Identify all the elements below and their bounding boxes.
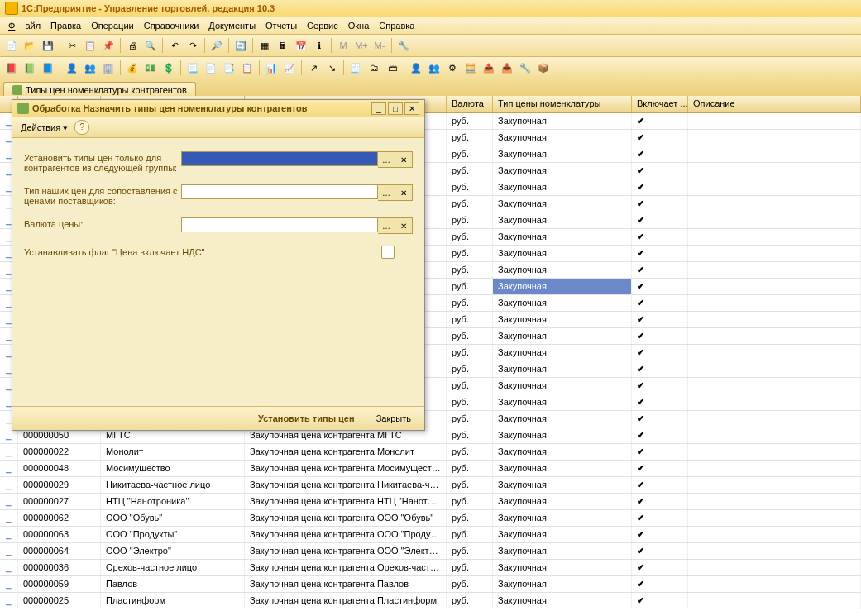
folder-green-icon[interactable]: 📗 bbox=[22, 60, 38, 76]
cell-note bbox=[688, 593, 861, 609]
info-icon[interactable]: ℹ bbox=[311, 37, 328, 54]
menu-operations[interactable]: Операции bbox=[86, 19, 138, 32]
calc-icon[interactable]: 🖩 bbox=[275, 37, 291, 54]
paste-icon[interactable]: 📌 bbox=[100, 37, 117, 54]
price-icon[interactable]: 💲 bbox=[160, 60, 177, 76]
folder-blue-icon[interactable]: 📘 bbox=[40, 60, 56, 76]
menu-edit[interactable]: Правка bbox=[45, 19, 86, 32]
doc3-icon[interactable]: 📑 bbox=[221, 60, 237, 76]
menu-file[interactable]: Файл bbox=[3, 19, 45, 32]
table-row[interactable]: ⎯000000063ООО "Продукты"Закупочная цена … bbox=[0, 527, 861, 543]
a1-icon[interactable]: 🧾 bbox=[347, 60, 364, 76]
clear-group-button[interactable]: ✕ bbox=[395, 151, 413, 168]
b8-icon[interactable]: 📦 bbox=[535, 60, 552, 76]
cell-currency: руб. bbox=[447, 527, 493, 542]
menu-service[interactable]: Сервис bbox=[302, 19, 343, 32]
pick-group-button[interactable]: … bbox=[378, 151, 395, 168]
table-row[interactable]: ⎯000000059ПавловЗакупочная цена контраге… bbox=[0, 576, 861, 593]
redo-icon[interactable]: ↷ bbox=[184, 37, 201, 54]
table-row[interactable]: ⎯000000025ПластинформЗакупочная цена кон… bbox=[0, 593, 861, 609]
grid-icon[interactable]: ▦ bbox=[256, 37, 273, 54]
new-icon[interactable]: 📄 bbox=[3, 37, 20, 54]
refresh-icon[interactable]: 🔄 bbox=[232, 37, 249, 54]
minimize-button[interactable]: _ bbox=[371, 102, 386, 115]
label-type: Тип наших цен для сопоставления с ценами… bbox=[24, 184, 181, 206]
cell-currency: руб. bbox=[447, 295, 493, 311]
user-icon[interactable]: 👤 bbox=[64, 60, 80, 76]
a2-icon[interactable]: 🗂 bbox=[366, 60, 382, 76]
table-row[interactable]: ⎯000000064ООО "Электро"Закупочная цена к… bbox=[0, 543, 861, 560]
checkbox-vat[interactable] bbox=[381, 246, 395, 259]
cell-includes: ✔ bbox=[632, 477, 688, 493]
pick-currency-button[interactable]: … bbox=[378, 217, 395, 234]
menu-windows[interactable]: Окна bbox=[343, 19, 375, 32]
b2-icon[interactable]: 👥 bbox=[426, 60, 442, 76]
close-button[interactable]: ✕ bbox=[404, 102, 419, 115]
cell-currency: руб. bbox=[447, 130, 493, 146]
coins-icon[interactable]: 💰 bbox=[124, 60, 141, 76]
clear-type-button[interactable]: ✕ bbox=[395, 184, 413, 201]
grid-tab-icon bbox=[12, 85, 22, 95]
open-icon[interactable]: 📂 bbox=[22, 37, 38, 54]
cell-desc: Закупочная цена контрагента Павлов bbox=[245, 576, 447, 592]
input-currency[interactable] bbox=[181, 217, 378, 232]
col-h-note[interactable]: Описание bbox=[688, 96, 861, 112]
table-row[interactable]: ⎯000000062ООО "Обувь"Закупочная цена кон… bbox=[0, 510, 861, 527]
chart-icon[interactable]: 📊 bbox=[263, 60, 280, 76]
b7-icon[interactable]: 🔧 bbox=[517, 60, 533, 76]
cell-includes: ✔ bbox=[632, 411, 688, 427]
b3-icon[interactable]: ⚙ bbox=[444, 60, 461, 76]
print-icon[interactable]: 🖨 bbox=[124, 37, 141, 54]
calendar-icon[interactable]: 📅 bbox=[293, 37, 309, 54]
b4-icon[interactable]: 🧮 bbox=[462, 60, 479, 76]
users-icon[interactable]: 👥 bbox=[82, 60, 98, 76]
doc4-icon[interactable]: 📋 bbox=[239, 60, 256, 76]
cell-includes: ✔ bbox=[632, 593, 688, 609]
input-group[interactable] bbox=[181, 151, 378, 166]
ok-button[interactable]: Установить типы цен bbox=[251, 412, 361, 425]
actions-menu[interactable]: Действия ▾ bbox=[17, 121, 71, 135]
doc2-icon[interactable]: 📄 bbox=[203, 60, 219, 76]
col-h-currency[interactable]: Валюта bbox=[447, 96, 493, 112]
app-title: 1С:Предприятие - Управление торговлей, р… bbox=[22, 0, 275, 17]
undo-icon[interactable]: ↶ bbox=[166, 37, 183, 54]
copy-icon[interactable]: 📋 bbox=[82, 37, 98, 54]
table-row[interactable]: ⎯000000029Никитаева-частное лицоЗакупочн… bbox=[0, 477, 861, 494]
cell-note bbox=[688, 361, 861, 377]
preview-icon[interactable]: 🔍 bbox=[142, 37, 159, 54]
menu-help[interactable]: Справка bbox=[374, 19, 419, 32]
menu-documents[interactable]: Документы bbox=[203, 19, 261, 32]
table-row[interactable]: ⎯000000036Орехов-частное лицоЗакупочная … bbox=[0, 560, 861, 576]
book-icon[interactable]: 📕 bbox=[3, 60, 20, 76]
stats-icon[interactable]: 📈 bbox=[281, 60, 298, 76]
save-icon[interactable]: 💾 bbox=[40, 37, 56, 54]
cell-currency: руб. bbox=[447, 163, 493, 179]
doc1-icon[interactable]: 📃 bbox=[184, 60, 201, 76]
money-icon[interactable]: 💵 bbox=[142, 60, 159, 76]
pick-type-button[interactable]: … bbox=[378, 184, 395, 201]
col-h-includes[interactable]: Включает ... bbox=[632, 96, 688, 112]
org-icon[interactable]: 🏢 bbox=[100, 60, 117, 76]
b6-icon[interactable]: 📥 bbox=[499, 60, 515, 76]
dialog-titlebar[interactable]: Обработка Назначить типы цен номенклатур… bbox=[12, 100, 424, 117]
out-icon[interactable]: ↗ bbox=[305, 60, 322, 76]
tools-icon[interactable]: 🔧 bbox=[395, 37, 412, 54]
table-row[interactable]: ⎯000000027НТЦ "Нанотроника"Закупочная це… bbox=[0, 494, 861, 510]
cell-code: 000000022 bbox=[18, 444, 101, 460]
in-icon[interactable]: ↘ bbox=[323, 60, 340, 76]
cut-icon[interactable]: ✂ bbox=[64, 37, 80, 54]
table-row[interactable]: ⎯000000022МонолитЗакупочная цена контраг… bbox=[0, 444, 861, 461]
input-type[interactable] bbox=[181, 184, 378, 199]
menu-reports[interactable]: Отчеты bbox=[261, 19, 302, 32]
b5-icon[interactable]: 📤 bbox=[481, 60, 497, 76]
table-row[interactable]: ⎯000000048МосимуществоЗакупочная цена ко… bbox=[0, 461, 861, 477]
col-h-pricetype[interactable]: Тип цены номенклатуры bbox=[493, 96, 632, 112]
help-icon[interactable]: ? bbox=[74, 120, 89, 135]
maximize-button[interactable]: □ bbox=[388, 102, 403, 115]
b1-icon[interactable]: 👤 bbox=[408, 60, 424, 76]
find-icon[interactable]: 🔎 bbox=[208, 37, 225, 54]
close-dialog-button[interactable]: Закрыть bbox=[370, 412, 418, 425]
menu-references[interactable]: Справочники bbox=[139, 19, 204, 32]
a3-icon[interactable]: 🗃 bbox=[384, 60, 400, 76]
clear-currency-button[interactable]: ✕ bbox=[395, 217, 413, 234]
